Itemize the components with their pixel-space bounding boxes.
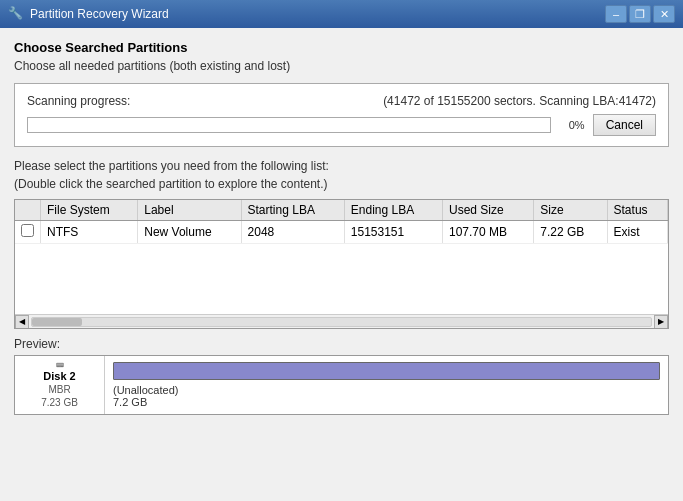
disk-bar-label: (Unallocated): [113, 384, 660, 396]
table-header-row: File System Label Starting LBA Ending LB…: [15, 200, 668, 221]
preview-label: Preview:: [14, 337, 669, 351]
scroll-left-arrow[interactable]: ◀: [15, 315, 29, 329]
col-ending-lba: Ending LBA: [344, 200, 442, 221]
instructions: Please select the partitions you need fr…: [14, 157, 669, 193]
disk-type: MBR: [48, 384, 70, 395]
svg-rect-1: [57, 364, 63, 366]
preview-section: Preview: Disk 2 MBR 7.23 GB (Unallocated…: [14, 337, 669, 415]
row-status: Exist: [607, 221, 667, 244]
disk-icon: [44, 362, 76, 368]
col-status: Status: [607, 200, 667, 221]
row-ending-lba: 15153151: [344, 221, 442, 244]
close-button[interactable]: ✕: [653, 5, 675, 23]
progress-percent: 0%: [559, 119, 585, 131]
scan-header: Scanning progress: (41472 of 15155200 se…: [27, 94, 656, 108]
page-subtitle: Choose all needed partitions (both exist…: [14, 59, 669, 73]
col-starting-lba: Starting LBA: [241, 200, 344, 221]
scan-box: Scanning progress: (41472 of 15155200 se…: [14, 83, 669, 147]
row-size: 7.22 GB: [534, 221, 607, 244]
disk-bar: [113, 362, 660, 380]
row-filesystem: NTFS: [41, 221, 138, 244]
row-used-size: 107.70 MB: [442, 221, 533, 244]
minimize-button[interactable]: –: [605, 5, 627, 23]
scroll-thumb[interactable]: [32, 318, 82, 326]
row-checkbox[interactable]: [21, 224, 34, 237]
disk-visual: (Unallocated) 7.2 GB: [105, 356, 668, 414]
restore-button[interactable]: ❐: [629, 5, 651, 23]
disk-bar-size: 7.2 GB: [113, 396, 660, 408]
partition-table-container: File System Label Starting LBA Ending LB…: [14, 199, 669, 329]
scroll-right-arrow[interactable]: ▶: [654, 315, 668, 329]
col-size: Size: [534, 200, 607, 221]
title-bar-title: Partition Recovery Wizard: [30, 7, 169, 21]
row-label: New Volume: [138, 221, 241, 244]
scan-label: Scanning progress:: [27, 94, 130, 108]
page-title: Choose Searched Partitions: [14, 40, 669, 55]
instruction-line2: (Double click the searched partition to …: [14, 175, 669, 193]
scan-progress-row: 0% Cancel: [27, 114, 656, 136]
cancel-button[interactable]: Cancel: [593, 114, 656, 136]
col-used-size: Used Size: [442, 200, 533, 221]
col-filesystem: File System: [41, 200, 138, 221]
scroll-track[interactable]: [31, 317, 652, 327]
disk-size: 7.23 GB: [41, 397, 78, 408]
svg-point-2: [61, 366, 62, 367]
section-header: Choose Searched Partitions Choose all ne…: [14, 40, 669, 73]
scan-status: (41472 of 15155200 sectors. Scanning LBA…: [383, 94, 656, 108]
instruction-line1: Please select the partitions you need fr…: [14, 157, 669, 175]
title-bar-controls: – ❐ ✕: [605, 5, 675, 23]
title-bar: 🔧 Partition Recovery Wizard – ❐ ✕: [0, 0, 683, 28]
disk-info: Disk 2 MBR 7.23 GB: [15, 356, 105, 414]
preview-box: Disk 2 MBR 7.23 GB (Unallocated) 7.2 GB: [14, 355, 669, 415]
row-checkbox-cell: [15, 221, 41, 244]
disk-name: Disk 2: [43, 370, 75, 382]
table-row[interactable]: NTFS New Volume 2048 15153151 107.70 MB …: [15, 221, 668, 244]
main-window: Choose Searched Partitions Choose all ne…: [0, 28, 683, 427]
app-icon: 🔧: [8, 6, 24, 22]
col-label: Label: [138, 200, 241, 221]
horizontal-scrollbar[interactable]: ◀ ▶: [15, 314, 668, 328]
progress-bar-container: [27, 117, 551, 133]
partition-table: File System Label Starting LBA Ending LB…: [15, 200, 668, 244]
svg-rect-3: [57, 367, 59, 368]
title-bar-left: 🔧 Partition Recovery Wizard: [8, 6, 169, 22]
row-starting-lba: 2048: [241, 221, 344, 244]
col-checkbox: [15, 200, 41, 221]
